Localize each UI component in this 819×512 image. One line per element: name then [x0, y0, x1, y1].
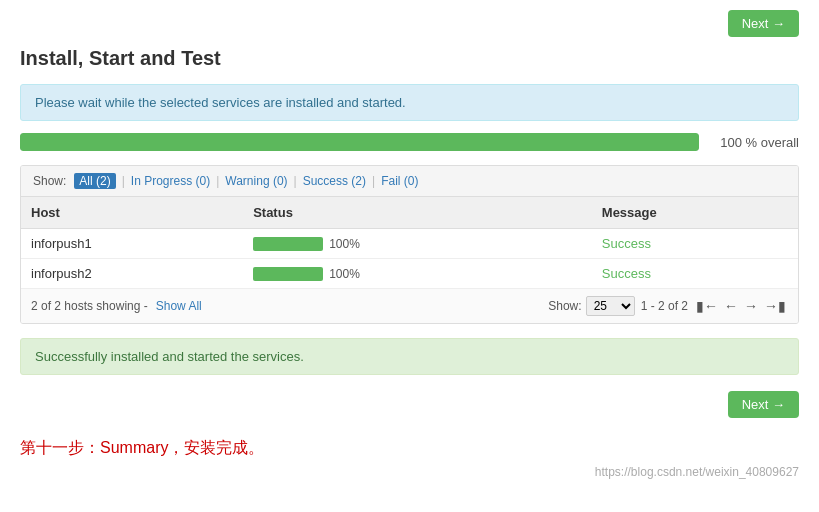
top-next-button[interactable]: Next → — [728, 10, 799, 37]
footer-show-label: Show: — [548, 299, 581, 313]
page-range: 1 - 2 of 2 — [641, 299, 688, 313]
mini-pct-2: 100% — [329, 267, 360, 281]
mini-bar-outer-1 — [253, 237, 323, 251]
hosts-table: Host Status Message inforpush1 100% Succ… — [21, 197, 798, 288]
mini-bar-outer-2 — [253, 267, 323, 281]
progress-row: 100 % overall — [20, 133, 799, 151]
filter-in-progress[interactable]: In Progress (0) — [131, 174, 210, 188]
mini-pct-1: 100% — [329, 237, 360, 251]
caption-text: 第十一步：Summary，安装完成。 — [20, 438, 799, 459]
info-box: Please wait while the selected services … — [20, 84, 799, 121]
cell-status-2: 100% — [243, 259, 592, 289]
table-row: inforpush1 100% Success — [21, 229, 798, 259]
col-status: Status — [243, 197, 592, 229]
page-title: Install, Start and Test — [20, 47, 799, 70]
bottom-next-button[interactable]: Next → — [728, 391, 799, 418]
filter-all[interactable]: All (2) — [74, 173, 115, 189]
per-page-select[interactable]: 25 50 100 — [586, 296, 635, 316]
filter-warning[interactable]: Warning (0) — [225, 174, 287, 188]
show-filter-bar: Show: All (2) | In Progress (0) | Warnin… — [21, 166, 798, 197]
filter-success[interactable]: Success (2) — [303, 174, 366, 188]
hosts-showing-text: 2 of 2 hosts showing - — [31, 299, 148, 313]
bottom-button-area: Next → — [20, 391, 799, 418]
next-page-button[interactable]: → — [742, 298, 760, 314]
filter-fail[interactable]: Fail (0) — [381, 174, 418, 188]
separator-4: | — [372, 174, 375, 188]
footer-right: Show: 25 50 100 1 - 2 of 2 ▮← ← → →▮ — [548, 296, 788, 316]
table-footer: 2 of 2 hosts showing - Show All Show: 25… — [21, 288, 798, 323]
last-page-button[interactable]: →▮ — [762, 298, 788, 314]
cell-message-1: Success — [592, 229, 798, 259]
cell-status-1: 100% — [243, 229, 592, 259]
progress-bar-inner — [20, 133, 699, 151]
prev-page-button[interactable]: ← — [722, 298, 740, 314]
cell-message-2: Success — [592, 259, 798, 289]
cell-host-1: inforpush1 — [21, 229, 243, 259]
top-button-area: Next → — [20, 10, 799, 37]
col-host: Host — [21, 197, 243, 229]
separator-2: | — [216, 174, 219, 188]
mini-bar-inner-1 — [253, 237, 323, 251]
cell-host-2: inforpush2 — [21, 259, 243, 289]
show-filter-label: Show: — [33, 174, 66, 188]
mini-bar-inner-2 — [253, 267, 323, 281]
show-select: Show: 25 50 100 — [548, 296, 634, 316]
first-page-button[interactable]: ▮← — [694, 298, 720, 314]
table-row: inforpush2 100% Success — [21, 259, 798, 289]
separator-3: | — [294, 174, 297, 188]
progress-bar-outer — [20, 133, 699, 151]
pagination-nav: ▮← ← → →▮ — [694, 298, 788, 314]
show-all-link[interactable]: Show All — [156, 299, 202, 313]
table-header-row: Host Status Message — [21, 197, 798, 229]
hosts-table-container: Show: All (2) | In Progress (0) | Warnin… — [20, 165, 799, 324]
separator-1: | — [122, 174, 125, 188]
success-box: Successfully installed and started the s… — [20, 338, 799, 375]
watermark: https://blog.csdn.net/weixin_40809627 — [20, 465, 799, 479]
col-message: Message — [592, 197, 798, 229]
row-progress-1: 100% — [253, 237, 582, 251]
progress-label: 100 % overall — [709, 135, 799, 150]
row-progress-2: 100% — [253, 267, 582, 281]
